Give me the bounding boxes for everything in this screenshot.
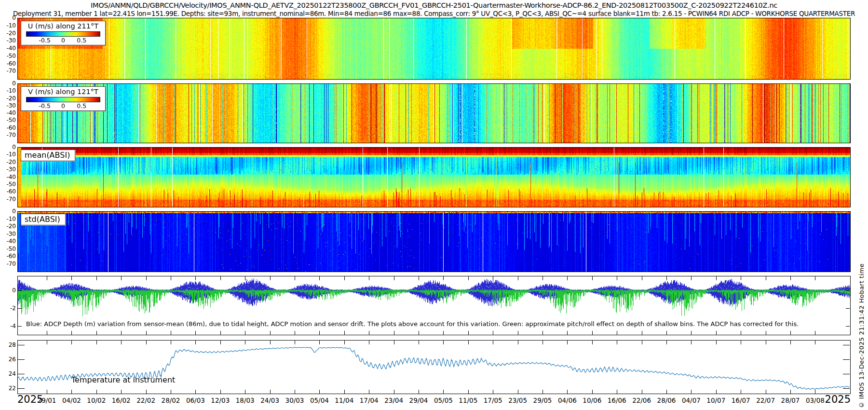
x-tick-mark [815, 331, 815, 335]
v-colorbar [26, 97, 100, 102]
y-tick-label: 0 [0, 287, 16, 294]
adcp-summary-figure: IMOS/ANMN/QLD/GBRCCH/Velocity/IMOS_ANMN-… [0, 0, 868, 410]
colorbar-tick-label: 0.5 [77, 102, 86, 109]
x-tick-mark [443, 341, 444, 344]
u-colorbar-ticks: -0.500.5 [21, 37, 105, 45]
x-tick-mark [319, 341, 320, 344]
x-tick-mark [146, 341, 147, 344]
copyright-watermark: © IMOS 13-Dec-2025 21:31:42 Hobart time [858, 263, 865, 409]
x-tick-mark [96, 276, 97, 280]
y-tick-label: -60 [0, 253, 16, 260]
y-tick-label: 22 [0, 385, 16, 392]
x-tick-mark [716, 341, 717, 344]
x-tick-mark [567, 390, 568, 394]
x-tick-mark [666, 276, 667, 280]
y-tick-mark [843, 388, 850, 389]
y-tick-label: -4 [0, 323, 16, 329]
x-tick-mark [394, 390, 394, 394]
x-tick-mark [642, 390, 642, 394]
x-tick-mark [493, 331, 493, 335]
x-tick-mark [344, 390, 345, 394]
x-tick-mark [493, 341, 493, 344]
temperature-plot [18, 341, 850, 394]
x-tick-mark [493, 390, 493, 394]
x-tick-mark [171, 331, 171, 335]
v-colorbar-legend: V (m/s) along 121°T -0.500.5 [21, 86, 106, 111]
y-tick-label: 28 [0, 342, 16, 348]
x-tick-mark [319, 276, 320, 280]
y-tick-mark [18, 326, 22, 327]
y-tick-label: 0 [0, 208, 16, 215]
y-tick-label: -40 [0, 238, 16, 245]
x-tick-mark [716, 331, 717, 335]
x-tick-mark [295, 390, 295, 394]
x-tick-mark [468, 390, 469, 394]
x-tick-mark [518, 390, 518, 394]
x-tick-mark [766, 390, 766, 394]
x-tick-mark [567, 276, 568, 280]
x-tick-mark [716, 390, 717, 394]
y-tick-mark [18, 345, 25, 345]
y-tick-label: -70 [0, 68, 16, 74]
x-tick-mark [691, 390, 692, 394]
y-tick-label: -70 [0, 132, 16, 138]
y-tick-label: -10 [0, 22, 16, 29]
std-absi-heatmap [18, 212, 850, 272]
x-tick-mark [691, 331, 692, 335]
colorbar-tick-label: 0 [61, 37, 65, 44]
y-tick-label: 0 [0, 80, 16, 87]
colorbar-tick-label: -0.5 [39, 37, 51, 44]
x-tick-mark [419, 390, 419, 394]
x-tick-mark [319, 331, 320, 335]
x-tick-mark [518, 331, 518, 335]
x-tick-mark [220, 331, 221, 335]
x-tick-mark [691, 276, 692, 280]
std-absi-label: std(ABSI) [21, 214, 66, 225]
x-tick-mark [468, 276, 469, 280]
y-tick-label: -50 [0, 117, 16, 123]
x-tick-mark [146, 276, 147, 280]
x-tick-mark [245, 390, 245, 394]
x-tick-mark [518, 276, 518, 280]
x-tick-mark [270, 276, 271, 280]
x-tick-mark [666, 341, 667, 344]
y-tick-mark [18, 374, 25, 374]
x-tick-mark [567, 331, 568, 335]
x-tick-mark [146, 390, 147, 394]
x-tick-mark [592, 331, 593, 335]
x-tick-mark [419, 341, 419, 344]
panel-std-absi: std(ABSI) [17, 211, 851, 272]
x-tick-mark [121, 276, 122, 280]
x-tick-mark [47, 390, 47, 394]
x-tick-mark [270, 341, 271, 344]
u-colorbar [26, 31, 100, 37]
x-tick-mark [121, 331, 122, 335]
x-tick-mark [121, 390, 122, 394]
x-tick-mark [741, 390, 741, 394]
v-legend-title: V (m/s) along 121°T [21, 87, 105, 96]
x-tick-mark [295, 341, 295, 344]
colorbar-tick-label: 0.5 [77, 37, 86, 44]
x-tick-mark [220, 341, 221, 344]
x-tick-mark [195, 331, 196, 335]
x-tick-mark [394, 331, 394, 335]
x-tick-mark [270, 390, 271, 394]
x-tick-mark [815, 276, 815, 280]
x-tick-mark [741, 331, 741, 335]
x-tick-mark [815, 341, 815, 344]
x-tick-mark [369, 390, 369, 394]
x-tick-mark [642, 341, 642, 344]
x-tick-mark [47, 341, 47, 344]
y-tick-label: -20 [0, 95, 16, 102]
x-tick-mark [518, 341, 518, 344]
y-tick-label: 0 [0, 14, 16, 21]
x-tick-mark [766, 331, 766, 335]
y-tick-label: 26 [0, 356, 16, 363]
x-tick-mark [542, 390, 543, 394]
x-tick-mark [344, 331, 345, 335]
x-tick-mark [468, 331, 469, 335]
x-tick-mark [790, 276, 791, 280]
y-tick-label: -50 [0, 246, 16, 252]
x-tick-mark [443, 331, 444, 335]
u-colorbar-legend: U (m/s) along 211°T -0.500.5 [21, 21, 106, 45]
